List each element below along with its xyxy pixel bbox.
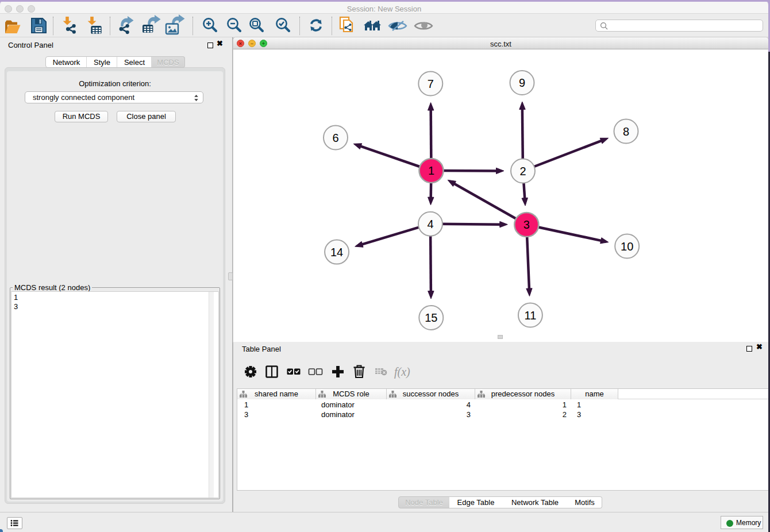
svg-text:4: 4 [427,218,433,230]
svg-text:9: 9 [519,76,525,89]
svg-text:f(x): f(x) [394,365,410,379]
svg-text:3: 3 [523,218,530,231]
svg-text:8: 8 [623,125,629,138]
svg-text:7: 7 [428,78,434,90]
svg-text:14: 14 [330,246,343,259]
svg-text:15: 15 [425,311,437,324]
svg-text:11: 11 [525,309,537,322]
svg-text:10: 10 [621,240,633,253]
svg-text:2: 2 [519,165,526,178]
svg-text:6: 6 [332,132,338,144]
svg-text:1: 1 [428,164,434,177]
